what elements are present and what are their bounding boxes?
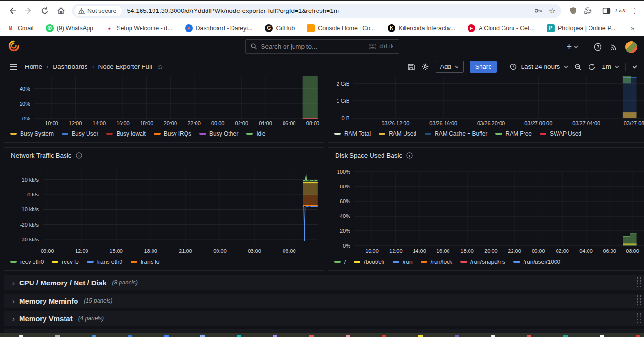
info-icon[interactable] <box>76 152 82 159</box>
dashboard-row-memory-meminfo[interactable]: › Memory Meminfo (15 panels) <box>4 294 644 308</box>
os-taskbar-sliver[interactable] <box>0 333 644 337</box>
security-chip[interactable]: Not secure <box>74 6 122 16</box>
breadcrumb-dashboards[interactable]: Dashboards <box>53 63 87 70</box>
refresh-interval-picker[interactable]: 1m <box>602 63 619 70</box>
legend-item[interactable]: Busy System <box>10 130 54 137</box>
side-panel-icon[interactable] <box>599 4 613 18</box>
panel-title-disk[interactable]: Disk Space Used Basic <box>328 148 644 159</box>
legend-item[interactable]: trans eth0 <box>87 259 122 265</box>
legend-item[interactable]: SWAP Used <box>540 130 581 137</box>
breadcrumb-home[interactable]: Home <box>25 63 42 70</box>
bookmark-item[interactable]: ▸A Cloud Guru - Get... <box>468 24 535 32</box>
dashboard-row-memory-vmstat[interactable]: › Memory Vmstat (4 panels) <box>4 311 644 326</box>
legend-item[interactable]: Idle <box>246 130 265 137</box>
taskbar-app-icon[interactable] <box>382 335 386 337</box>
bookmark-item[interactable]: #Setup Welcome - d... <box>106 24 173 32</box>
user-avatar[interactable] <box>625 41 637 53</box>
info-icon[interactable] <box>406 152 413 159</box>
bookmark-item[interactable]: PPhotopea | Online P... <box>547 24 615 32</box>
password-key-icon[interactable] <box>531 4 545 18</box>
taskbar-app-icon[interactable] <box>309 335 314 337</box>
legend-item[interactable]: / <box>334 259 346 265</box>
add-new-button[interactable]: + <box>567 43 578 50</box>
row-drag-handle[interactable] <box>637 295 642 306</box>
collapse-toolbar-caret-icon[interactable] <box>632 65 637 69</box>
taskbar-app-icon[interactable] <box>491 335 495 337</box>
legend-item[interactable]: RAM Used <box>379 130 416 137</box>
save-dashboard-icon[interactable] <box>407 63 415 71</box>
row-title[interactable]: Memory Vmstat <box>19 315 73 323</box>
zoom-out-time-icon[interactable] <box>574 63 582 71</box>
taskbar-app-icon[interactable] <box>237 335 241 337</box>
add-panel-button[interactable]: Add <box>436 61 464 73</box>
legend-item[interactable]: recv lo <box>52 259 78 265</box>
legend-item[interactable]: recv eth0 <box>10 259 44 265</box>
bookmark-item[interactable]: ✆(9) WhatsApp <box>46 24 93 32</box>
legend-item[interactable]: RAM Total <box>334 130 371 137</box>
extensions-puzzle-icon[interactable] <box>580 4 595 18</box>
bookmark-item[interactable]: MGmail <box>7 24 33 32</box>
taskbar-app-icon[interactable] <box>563 335 568 337</box>
chart-canvas-memory[interactable]: 0 B1 GiB2 GiB03/26 12:0003/26 16:0003/26… <box>328 76 644 129</box>
forward-button[interactable] <box>20 3 36 19</box>
dashboard-row-cpu-memory-net-disk[interactable]: › CPU / Memory / Net / Disk (8 panels) <box>4 275 644 290</box>
bookmark-item[interactable]: ●Dashboard - Dareyi... <box>185 24 253 32</box>
mega-menu-toggle[interactable] <box>10 64 17 70</box>
legend-item[interactable]: Busy Other <box>199 130 238 137</box>
taskbar-app-icon[interactable] <box>600 335 604 337</box>
row-drag-handle[interactable] <box>637 277 642 288</box>
panel-title-network[interactable]: Network Traffic Basic <box>4 148 324 159</box>
panel-cpu-basic[interactable]: 0%20%40%10:0012:0014:0016:0018:0020:0022… <box>4 76 324 143</box>
search-input[interactable]: Search or jump to... ctrl+k <box>245 39 399 54</box>
bookmark-item[interactable]: GGitHub <box>265 24 295 32</box>
chart-canvas-cpu[interactable]: 0%20%40%10:0012:0014:0016:0018:0020:0022… <box>4 76 324 129</box>
chart-canvas-network[interactable]: 10 kb/s0 b/s-10 kb/s-20 kb/s-30 kb/s09:0… <box>4 165 324 261</box>
legend-item[interactable]: /run <box>393 259 413 265</box>
taskbar-app-icon[interactable] <box>636 335 640 337</box>
row-title[interactable]: CPU / Memory / Net / Disk <box>19 279 107 287</box>
browser-menu-kebab-icon[interactable]: ⋮ <box>628 4 642 18</box>
address-bar[interactable]: Not secure 54.165.191.30:3000/d/rYdddlPW… <box>72 4 561 18</box>
legend-item[interactable]: /run/snapd/ns <box>460 259 505 265</box>
adblock-shield-icon[interactable] <box>566 4 580 18</box>
panel-memory-basic[interactable]: 0 B1 GiB2 GiB03/26 12:0003/26 16:0003/26… <box>328 76 644 143</box>
row-title[interactable]: Memory Meminfo <box>19 297 78 305</box>
bookmark-star-icon[interactable]: ☆ <box>545 4 559 18</box>
legend-item[interactable]: /boot/efi <box>354 259 384 265</box>
news-rss-icon[interactable] <box>610 43 618 51</box>
favorite-star-icon[interactable]: ☆ <box>157 63 163 71</box>
grafana-logo[interactable] <box>8 40 20 54</box>
profile-logo[interactable]: LwX <box>613 4 628 18</box>
panel-disk-space[interactable]: Disk Space Used Basic 0%20%40%60%80%100%… <box>328 147 644 271</box>
bookmark-item[interactable]: Console Home | Co... <box>307 24 375 32</box>
row-expand-chevron[interactable]: › <box>12 297 15 305</box>
taskbar-app-icon[interactable] <box>527 335 531 337</box>
row-expand-chevron[interactable]: › <box>12 279 15 287</box>
time-range-picker[interactable]: Last 24 hours <box>510 63 568 70</box>
home-button[interactable] <box>53 3 69 19</box>
panel-network-traffic[interactable]: Network Traffic Basic 10 kb/s0 b/s-10 kb… <box>4 147 324 271</box>
url-text[interactable]: 54.165.191.30:3000/d/rYdddlPWk/node-expo… <box>127 7 531 14</box>
legend-item[interactable]: /run/user/1000 <box>513 259 560 265</box>
row-drag-handle[interactable] <box>637 313 642 324</box>
dashboard-row-partial[interactable] <box>4 329 644 333</box>
back-button[interactable] <box>4 3 20 19</box>
bookmarks-overflow-chevron[interactable]: » <box>631 24 644 32</box>
legend-item[interactable]: Busy Iowait <box>106 130 145 137</box>
help-icon[interactable] <box>594 43 602 51</box>
row-expand-chevron[interactable]: › <box>12 315 15 323</box>
share-button[interactable]: Share <box>470 61 497 73</box>
taskbar-app-icon[interactable] <box>455 335 459 337</box>
reload-button[interactable] <box>36 3 53 19</box>
taskbar-app-icon[interactable] <box>164 335 169 337</box>
legend-item[interactable]: RAM Cache + Buffer <box>425 130 487 137</box>
dashboard-settings-gear-icon[interactable] <box>421 63 429 71</box>
legend-item[interactable]: trans lo <box>131 259 159 265</box>
taskbar-app-icon[interactable] <box>92 335 96 337</box>
legend-item[interactable]: RAM Free <box>495 130 532 137</box>
taskbar-app-icon[interactable] <box>346 335 350 337</box>
taskbar-app-icon[interactable] <box>273 335 277 337</box>
taskbar-app-icon[interactable] <box>55 335 60 337</box>
legend-item[interactable]: /run/lock <box>421 259 452 265</box>
taskbar-app-icon[interactable] <box>19 335 23 337</box>
